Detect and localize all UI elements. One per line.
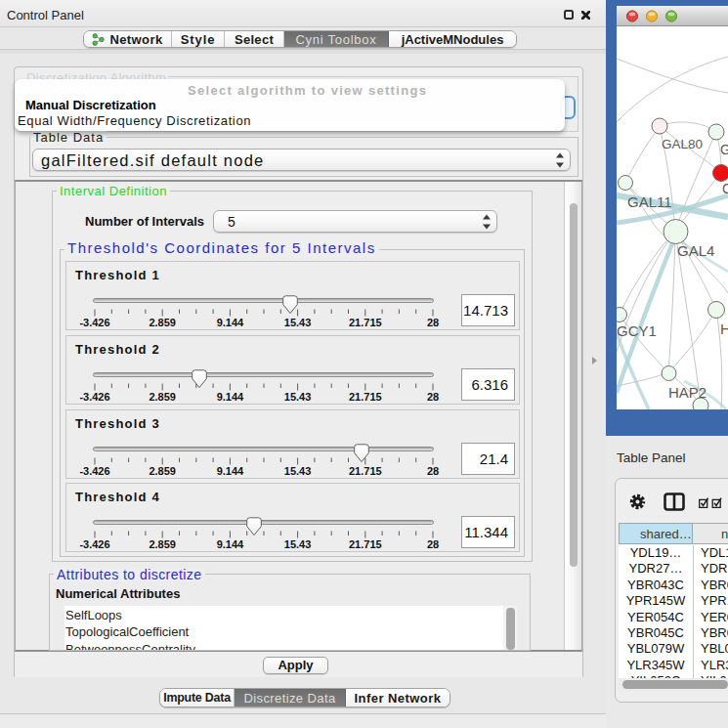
svg-text:GAL80: GAL80 (662, 137, 703, 151)
svg-text:G: G (720, 142, 728, 157)
svg-text:GAL4: GAL4 (677, 242, 714, 259)
svg-text:C: C (722, 181, 728, 196)
svg-text:GCY1: GCY1 (617, 322, 657, 339)
svg-text:HAP2: HAP2 (668, 384, 707, 401)
svg-text:H: H (720, 321, 728, 337)
svg-text:GAL11: GAL11 (627, 193, 672, 210)
